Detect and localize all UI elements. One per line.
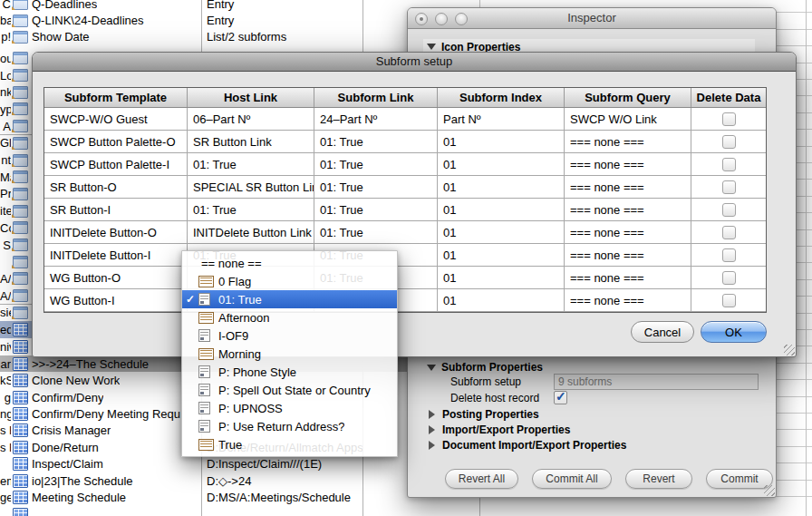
cell-subform-link[interactable]: 01: True bbox=[314, 153, 438, 176]
cell-subform-query[interactable]: === none === bbox=[565, 267, 691, 289]
row-value: Entry bbox=[207, 0, 407, 11]
cell-subform-template[interactable]: SWCP Button Palette-I bbox=[44, 153, 188, 176]
cell-subform-template[interactable]: WG Button-I bbox=[44, 289, 188, 312]
cell-host-link[interactable]: 01: True bbox=[188, 199, 314, 221]
section-label: Posting Properties bbox=[442, 408, 539, 421]
section-posting-properties[interactable]: Posting Properties bbox=[423, 408, 770, 421]
list-item[interactable] bbox=[0, 506, 479, 516]
column-header: Subform Query bbox=[565, 88, 691, 107]
cell-subform-link[interactable]: 01: True bbox=[314, 221, 438, 244]
form-window-icon bbox=[13, 0, 28, 10]
menu-item[interactable]: ✓ 0 Flag bbox=[182, 272, 397, 290]
table-grid-icon bbox=[13, 323, 28, 336]
menu-item[interactable]: ✓ == none == bbox=[182, 254, 397, 272]
menu-item[interactable]: ✓ P: Spell Out State or Country bbox=[182, 381, 397, 399]
cell-host-link[interactable]: INITDelete Button Link bbox=[188, 221, 314, 244]
cell-subform-template[interactable]: SWCP-W/O Guest bbox=[44, 108, 188, 131]
cell-delete-data bbox=[691, 108, 766, 131]
cell-subform-index[interactable]: 01 bbox=[438, 153, 565, 176]
ok-button[interactable]: OK bbox=[701, 321, 767, 343]
cell-subform-link[interactable]: 24–Part Nº bbox=[314, 108, 438, 131]
cancel-button[interactable]: Cancel bbox=[631, 321, 694, 343]
delete-data-checkbox[interactable] bbox=[722, 203, 736, 217]
menu-item[interactable]: ✓ Afternoon bbox=[182, 308, 397, 326]
cell-subform-index[interactable]: 01 bbox=[438, 199, 565, 221]
revert-button[interactable]: Revert bbox=[625, 469, 692, 489]
subform-setup-field[interactable]: 9 subforms bbox=[554, 374, 759, 390]
cell-subform-index[interactable]: 01 bbox=[438, 244, 565, 267]
row-name: Clone New Work bbox=[32, 374, 120, 387]
cell-subform-index[interactable]: 01 bbox=[438, 176, 565, 199]
delete-data-checkbox[interactable] bbox=[722, 294, 736, 307]
cell-subform-query[interactable]: SWCP W/O Link bbox=[565, 108, 691, 131]
cell-subform-index[interactable]: 01 bbox=[438, 221, 565, 244]
delete-data-checkbox[interactable] bbox=[722, 112, 736, 126]
cell-subform-link[interactable]: 01: True bbox=[314, 131, 438, 153]
menu-item[interactable]: ✓ P: UPNOSS bbox=[182, 399, 397, 417]
menu-item[interactable]: ✓ True bbox=[182, 435, 397, 453]
delete-data-checkbox[interactable] bbox=[722, 248, 736, 262]
cell-host-link[interactable]: SR Button Link bbox=[188, 131, 314, 153]
section-document-import-export-properties[interactable]: Document Import/Export Properties bbox=[423, 439, 770, 452]
cell-host-link[interactable]: SPECIAL SR Button Link bbox=[188, 176, 314, 199]
row-name: Meeting Schedule bbox=[32, 491, 126, 504]
list-item[interactable]: ba Q-LINK\24-Deadlines Entry bbox=[0, 12, 407, 29]
list-item[interactable]: u bbox=[0, 45, 407, 52]
form-window-icon bbox=[13, 205, 28, 218]
list-item[interactable]: C Q-Deadlines Entry bbox=[0, 0, 407, 13]
cell-subform-index[interactable]: 01 bbox=[438, 267, 565, 289]
menu-item[interactable]: ✓ P: Use Return Address? bbox=[182, 417, 397, 435]
cell-subform-template[interactable]: INITDelete Button-I bbox=[44, 244, 188, 267]
cell-subform-index[interactable]: 01 bbox=[438, 131, 565, 153]
table-row: SR Button-O SPECIAL SR Button Link 01: T… bbox=[44, 176, 766, 199]
section-import-export-properties[interactable]: Import/Export Properties bbox=[423, 424, 770, 436]
resize-grip[interactable] bbox=[764, 485, 775, 496]
menu-item[interactable]: ✓ P: Phone Style bbox=[182, 363, 397, 381]
cell-subform-query[interactable]: === none === bbox=[565, 199, 691, 221]
menu-item[interactable]: ✓ Morning bbox=[182, 345, 397, 363]
row-value: Entry bbox=[207, 14, 407, 27]
list-item[interactable]: p! Show Date List/2 subforms bbox=[0, 29, 407, 46]
form-window-icon bbox=[13, 137, 28, 150]
form-window-icon bbox=[13, 69, 28, 82]
cell-subform-link[interactable]: 01: True bbox=[314, 199, 438, 221]
cell-subform-template[interactable]: SWCP Button Palette-O bbox=[44, 131, 188, 153]
cell-subform-template[interactable]: INITDelete Button-O bbox=[44, 221, 188, 244]
table-row: SWCP-W/O Guest 06–Part Nº 24–Part Nº Par… bbox=[44, 108, 766, 131]
cell-subform-query[interactable]: === none === bbox=[565, 289, 691, 312]
clipped-text: ge bbox=[0, 491, 11, 504]
cell-subform-query[interactable]: === none === bbox=[565, 176, 691, 199]
clipped-text: ba bbox=[0, 14, 11, 27]
form-window-icon bbox=[13, 52, 28, 64]
cell-subform-template[interactable]: SR Button-O bbox=[44, 176, 188, 199]
cell-subform-query[interactable]: === none === bbox=[565, 153, 691, 176]
cell-subform-template[interactable]: WG Button-O bbox=[44, 267, 188, 289]
cell-subform-query[interactable]: === none === bbox=[565, 131, 691, 153]
delete-data-checkbox[interactable] bbox=[722, 158, 736, 171]
resize-grip[interactable] bbox=[784, 345, 795, 355]
cell-host-link[interactable]: 06–Part Nº bbox=[188, 108, 314, 131]
menu-item-label: P: Phone Style bbox=[218, 365, 296, 379]
cell-subform-query[interactable]: === none === bbox=[565, 244, 691, 267]
row-name: Inspect/Claim bbox=[32, 457, 103, 471]
cell-subform-link[interactable]: 01: True bbox=[314, 176, 438, 199]
commit-button[interactable]: Commit bbox=[706, 469, 773, 489]
cell-subform-template[interactable]: SR Button-I bbox=[44, 199, 188, 221]
delete-data-checkbox[interactable] bbox=[722, 135, 736, 149]
cell-subform-index[interactable]: 01 bbox=[438, 289, 565, 312]
cell-subform-query[interactable]: === none === bbox=[565, 221, 691, 244]
delete-data-checkbox[interactable] bbox=[722, 271, 736, 285]
delete-host-record-checkbox[interactable] bbox=[554, 391, 567, 404]
menu-item[interactable]: ✓ I-OF9 bbox=[182, 326, 397, 345]
table-row: WG Button-I 01 === none === bbox=[44, 289, 766, 312]
delete-data-checkbox[interactable] bbox=[722, 226, 736, 239]
delete-data-checkbox[interactable] bbox=[722, 180, 736, 194]
cell-host-link[interactable]: 01: True bbox=[188, 153, 314, 176]
window-title: Inspector bbox=[408, 11, 776, 24]
cell-delete-data bbox=[691, 244, 766, 267]
revert-all-button[interactable]: Revert All bbox=[445, 469, 518, 489]
cell-subform-index[interactable]: Part Nº bbox=[438, 108, 565, 131]
commit-all-button[interactable]: Commit All bbox=[532, 469, 612, 489]
section-subform-properties[interactable]: Subform Properties bbox=[423, 361, 770, 374]
menu-item-selected[interactable]: ✓ 01: True bbox=[182, 290, 397, 308]
